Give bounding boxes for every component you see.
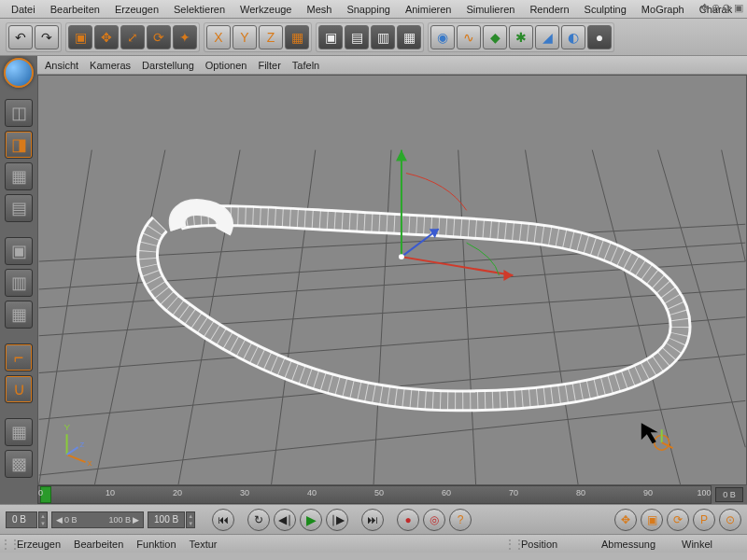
axis-toggle-button[interactable]: ⌐ <box>5 343 33 371</box>
render-icon: ▣ <box>325 30 337 45</box>
viewmenu-optionen[interactable]: Optionen <box>205 60 247 71</box>
deformer-icon: ◢ <box>543 30 553 45</box>
world-globe-icon[interactable] <box>4 58 34 88</box>
goto-end-button[interactable]: ⏭ <box>361 509 384 531</box>
points-mode-button[interactable]: ▣ <box>5 237 33 265</box>
rotate-button[interactable]: ⟳ <box>147 25 171 49</box>
autokey-button[interactable]: ◎ <box>423 509 445 531</box>
play-back-icon: ◀∣ <box>278 513 292 526</box>
redo-button[interactable]: ↷ <box>35 25 59 49</box>
matmenu-erzeugen[interactable]: Erzeugen <box>17 539 61 550</box>
menu-erzeugen[interactable]: Erzeugen <box>109 2 164 17</box>
opt2-button[interactable]: ⟳ <box>667 509 689 531</box>
record-icon: ● <box>405 513 412 526</box>
nav-move-icon[interactable]: ✥ <box>700 2 709 14</box>
live-select-button[interactable]: ▣ <box>68 25 92 49</box>
menu-datei[interactable]: Datei <box>6 2 41 17</box>
viewmenu-tafeln[interactable]: Tafeln <box>292 60 319 71</box>
menu-rendern[interactable]: Rendern <box>524 2 574 17</box>
svg-marker-19 <box>503 270 513 281</box>
menu-bearbeiten[interactable]: Bearbeiten <box>45 2 106 17</box>
model-mode-button[interactable]: ◨ <box>5 131 33 159</box>
texture-mode-button[interactable]: ▦ <box>5 162 33 190</box>
render-view-button[interactable]: ▣ <box>318 25 343 49</box>
loop-button[interactable]: ↻ <box>247 509 270 531</box>
spline-button[interactable]: ∿ <box>457 25 481 49</box>
rotate-icon: ⟳ <box>153 30 164 45</box>
opt4-button[interactable]: ⊙ <box>719 509 741 531</box>
picture-viewer-button[interactable]: ▥ <box>371 25 395 49</box>
last-tool-button[interactable]: ✦ <box>173 25 197 49</box>
snap-toggle-button[interactable]: ∪ <box>5 375 33 403</box>
scale-button[interactable]: ⤢ <box>120 25 145 49</box>
matmenu-textur[interactable]: Textur <box>190 539 218 550</box>
perspective-viewport[interactable]: x Y z <box>37 75 747 485</box>
goto-start-button[interactable]: ⏮ <box>212 509 234 531</box>
viewmenu-kameras[interactable]: Kameras <box>90 60 131 71</box>
svg-line-5 <box>39 400 746 475</box>
frame-end-field[interactable]: 100 B ▲▼ <box>148 511 195 528</box>
camera-button[interactable]: ● <box>587 25 612 49</box>
coord-system-button[interactable]: ▦ <box>285 25 309 49</box>
generator2-button[interactable]: ✱ <box>509 25 533 49</box>
matmenu-funktion[interactable]: Funktion <box>136 539 176 550</box>
nav-zoom-icon[interactable]: ⊕ <box>712 2 720 14</box>
tweak-mode-button[interactable]: ▩ <box>5 450 33 478</box>
play-backward-button[interactable]: ◀∣ <box>274 509 296 531</box>
menu-snapping[interactable]: Snapping <box>341 2 396 17</box>
viewport-solo-button[interactable]: ▦ <box>5 418 33 446</box>
menu-mograph[interactable]: MoGraph <box>636 2 690 17</box>
generator2-icon: ✱ <box>515 30 527 45</box>
render-settings-button[interactable]: ▦ <box>397 25 421 49</box>
main-toolbar: ↶ ↷ ▣ ✥ ⤢ ⟳ ✦ X Y Z ▦ ▣ ▤ ▥ ▦ ◉ ∿ ◆ ✱ ◢ … <box>0 19 747 56</box>
opt3-button[interactable]: P <box>693 509 715 531</box>
camera-icon: ● <box>596 30 603 45</box>
environment-button[interactable]: ◐ <box>561 25 585 49</box>
matmenu-bearbeiten[interactable]: Bearbeiten <box>74 539 123 550</box>
svg-marker-21 <box>396 150 407 161</box>
menu-sculpting[interactable]: Sculpting <box>579 2 632 17</box>
psr-icon: ✥ <box>621 513 630 526</box>
undo-button[interactable]: ↶ <box>8 25 33 49</box>
preview-range[interactable]: ◀0 B 100 B▶ <box>51 511 144 528</box>
polygons-mode-button[interactable]: ▦ <box>5 301 33 329</box>
panel-grip-icon[interactable]: ⋮⋮ <box>0 538 7 551</box>
menu-mesh[interactable]: Mesh <box>301 2 337 17</box>
psr-button[interactable]: ✥ <box>614 509 637 531</box>
record-button[interactable]: ● <box>397 509 419 531</box>
cube-icon: ▦ <box>291 30 303 45</box>
svg-line-13 <box>522 132 578 484</box>
render-pic-button[interactable]: ▤ <box>345 25 369 49</box>
edges-mode-button[interactable]: ▥ <box>5 269 33 297</box>
svg-text:x: x <box>87 457 92 468</box>
play-forward-button[interactable]: ∣▶ <box>326 509 348 531</box>
svg-rect-17 <box>39 76 746 150</box>
viewmenu-ansicht[interactable]: Ansicht <box>45 60 78 71</box>
opt1-button[interactable]: ▣ <box>641 509 663 531</box>
play-button[interactable]: ▶ <box>300 509 322 531</box>
frame-start-field[interactable]: 0 B ▲▼ <box>6 511 48 528</box>
viewmenu-darstellung[interactable]: Darstellung <box>142 60 194 71</box>
primitive-button[interactable]: ◉ <box>430 25 455 49</box>
move-button[interactable]: ✥ <box>94 25 119 49</box>
rendset-icon: ▦ <box>403 30 416 45</box>
axis-y-button[interactable]: Y <box>233 25 257 49</box>
coord-angle-header: Winkel <box>682 539 738 550</box>
deformer-button[interactable]: ◢ <box>535 25 559 49</box>
menu-animieren[interactable]: Animieren <box>400 2 458 17</box>
axis-z-button[interactable]: Z <box>259 25 283 49</box>
nav-rotate-icon[interactable]: ⟳ <box>723 2 731 14</box>
workplane-mode-button[interactable]: ▤ <box>5 194 33 222</box>
timeline-ruler[interactable]: 0 10 20 30 40 50 60 70 80 90 100 <box>37 485 712 504</box>
svg-marker-34 <box>641 423 658 443</box>
nav-maximize-icon[interactable]: ▣ <box>734 2 743 14</box>
menu-simulieren[interactable]: Simulieren <box>460 2 520 17</box>
panel-grip-icon[interactable]: ⋮⋮ <box>504 538 512 551</box>
axis-x-button[interactable]: X <box>206 25 231 49</box>
menu-selektieren[interactable]: Selektieren <box>168 2 231 17</box>
generator-button[interactable]: ◆ <box>483 25 507 49</box>
viewmenu-filter[interactable]: Filter <box>258 60 280 71</box>
menu-werkzeuge[interactable]: Werkzeuge <box>234 2 297 17</box>
keyframe-help-button[interactable]: ? <box>449 509 472 531</box>
make-editable-button[interactable]: ◫ <box>5 99 33 127</box>
